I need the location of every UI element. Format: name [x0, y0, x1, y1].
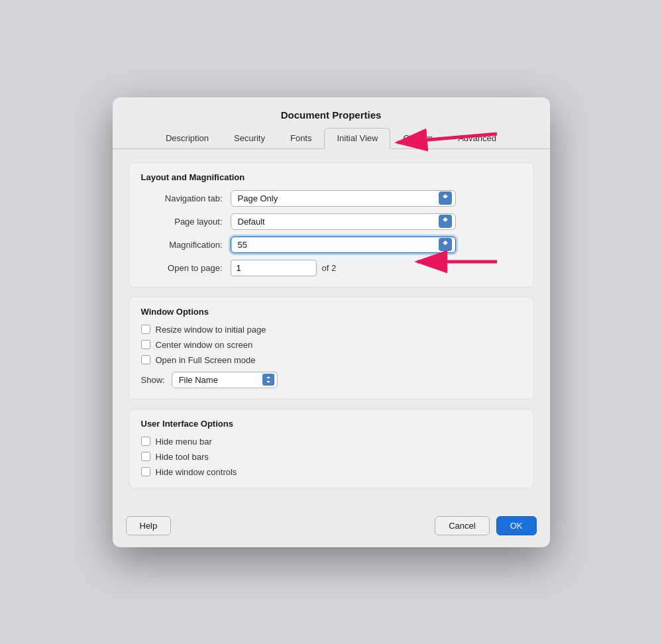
- navigation-tab-label: Navigation tab:: [141, 193, 231, 203]
- tab-bar: Description Security Fonts Initial View …: [113, 127, 550, 149]
- center-checkbox-row: Center window on screen: [141, 340, 522, 350]
- open-to-page-label: Open to page:: [141, 263, 231, 273]
- fullscreen-label: Open in Full Screen mode: [156, 355, 256, 365]
- show-row: Show: File Name Document Title: [141, 372, 522, 388]
- hide-tools-checkbox[interactable]: [141, 452, 150, 461]
- hide-tools-label: Hide tool bars: [156, 452, 209, 462]
- ok-button[interactable]: OK: [496, 516, 537, 535]
- center-checkbox[interactable]: [141, 340, 150, 349]
- magnification-label: Magnification:: [141, 240, 231, 250]
- page-layout-label: Page layout:: [141, 217, 231, 227]
- fullscreen-checkbox-row: Open in Full Screen mode: [141, 355, 522, 365]
- hide-window-label: Hide window controls: [156, 467, 237, 477]
- ui-options-section: User Interface Options Hide menu bar Hid…: [129, 409, 534, 488]
- page-layout-row: Page layout: Default Single Page Two Pag…: [141, 213, 522, 230]
- window-section-title: Window Options: [141, 307, 522, 317]
- show-select-wrapper: File Name Document Title: [172, 372, 278, 388]
- hide-menu-row: Hide menu bar: [141, 437, 522, 447]
- navigation-tab-select[interactable]: Page Only Bookmarks Panel and Page Pages…: [231, 190, 456, 207]
- hide-menu-label: Hide menu bar: [156, 437, 212, 447]
- page-layout-select[interactable]: Default Single Page Two Page Continuous …: [231, 213, 456, 230]
- window-options-section: Window Options Resize window to initial …: [129, 297, 534, 400]
- resize-checkbox[interactable]: [141, 325, 150, 334]
- fullscreen-checkbox[interactable]: [141, 355, 150, 364]
- resize-checkbox-row: Resize window to initial page: [141, 325, 522, 335]
- hide-window-checkbox[interactable]: [141, 467, 150, 476]
- navigation-tab-row: Navigation tab: Page Only Bookmarks Pane…: [141, 190, 522, 207]
- hide-menu-checkbox[interactable]: [141, 437, 150, 446]
- dialog-title: Document Properties: [113, 97, 550, 127]
- layout-section-title: Layout and Magnification: [141, 172, 522, 182]
- page-layout-select-wrapper: Default Single Page Two Page Continuous …: [231, 213, 456, 230]
- ui-section-title: User Interface Options: [141, 419, 522, 429]
- open-to-page-row: Open to page: of 2: [141, 260, 522, 276]
- tab-security[interactable]: Security: [221, 128, 278, 149]
- tab-description[interactable]: Description: [153, 128, 221, 149]
- tab-fonts[interactable]: Fonts: [278, 128, 325, 149]
- document-properties-dialog: Document Properties Description Security…: [113, 97, 550, 547]
- magnification-select[interactable]: 55 Fit Page Fit Width Fit Height 25 50 7…: [231, 237, 456, 253]
- resize-label: Resize window to initial page: [156, 325, 266, 335]
- tab-initial-view[interactable]: Initial View: [324, 128, 390, 149]
- footer-right-buttons: Cancel OK: [435, 516, 536, 535]
- show-label: Show:: [141, 375, 165, 385]
- cancel-button[interactable]: Cancel: [435, 516, 489, 535]
- center-label: Center window on screen: [156, 340, 253, 350]
- show-select[interactable]: File Name Document Title: [172, 372, 278, 388]
- magnification-row: Magnification: 55 Fit Page Fit Width Fit…: [141, 237, 522, 253]
- hide-tools-row: Hide tool bars: [141, 452, 522, 462]
- dialog-content: Layout and Magnification Navigation tab:…: [113, 149, 550, 508]
- help-button[interactable]: Help: [126, 516, 172, 535]
- tab-advanced[interactable]: Advanced: [445, 128, 509, 149]
- layout-magnification-section: Layout and Magnification Navigation tab:…: [129, 162, 534, 288]
- magnification-select-wrapper: 55 Fit Page Fit Width Fit Height 25 50 7…: [231, 237, 456, 253]
- page-of-label: of 2: [322, 263, 337, 273]
- open-to-page-input[interactable]: [231, 260, 317, 276]
- hide-window-row: Hide window controls: [141, 467, 522, 477]
- dialog-footer: Help Cancel OK: [113, 508, 550, 547]
- tab-custom[interactable]: Custom: [390, 128, 445, 149]
- navigation-tab-select-wrapper: Page Only Bookmarks Panel and Page Pages…: [231, 190, 456, 207]
